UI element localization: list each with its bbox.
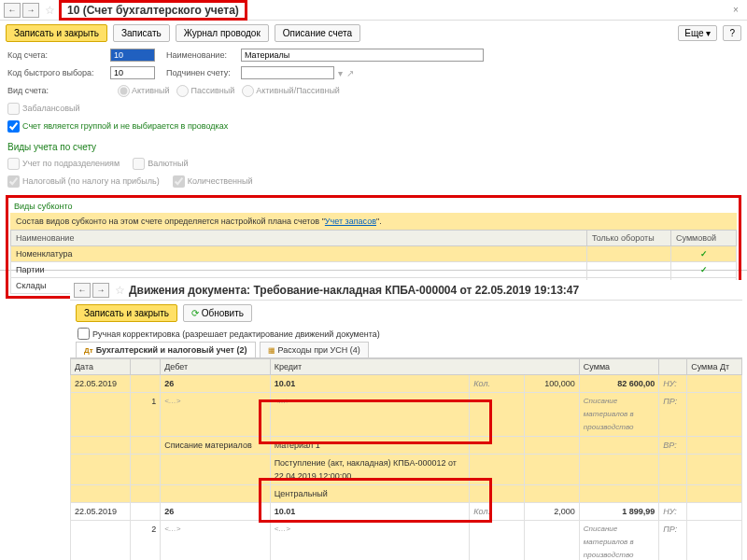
star-icon[interactable]: ☆ [115, 284, 125, 297]
parent-input[interactable] [241, 66, 334, 79]
col-sumdt: Сумма Дт [687, 359, 742, 375]
radio-ap[interactable]: Активный/Пассивный [242, 85, 340, 97]
cb-tax[interactable]: Налоговый (по налогу на прибыль) [7, 175, 160, 188]
name-label: Наименование: [166, 50, 241, 60]
quick-label: Код быстрого выбора: [7, 68, 110, 77]
nav-fwd[interactable]: → [22, 3, 39, 18]
refresh-button[interactable]: ⟳ Обновить [183, 304, 252, 322]
save-button[interactable]: Записать [113, 24, 170, 42]
cb-qty[interactable]: Количественный [173, 175, 253, 188]
debit-credit-icon: Дт [84, 346, 93, 355]
radio-active[interactable]: Активный [118, 85, 169, 97]
col-date: Дата [71, 359, 131, 375]
entry-row[interactable]: 22.05.2019 26 10.01 Кол. 2,000 1 899,99 … [71, 503, 742, 521]
doc-title: Движения документа: Требование-накладная… [129, 282, 579, 299]
name-input[interactable] [241, 49, 484, 62]
star-icon[interactable]: ☆ [45, 4, 55, 17]
desc-button[interactable]: Описание счета [275, 24, 360, 42]
save-close-button[interactable]: Записать и закрыть [76, 304, 177, 322]
acct-types-title: Виды учета по счету [7, 142, 747, 152]
close-icon[interactable]: × [728, 3, 743, 18]
nav-back[interactable]: ← [74, 283, 91, 298]
cb-group[interactable]: Счет является группой и не выбирается в … [7, 120, 228, 133]
subkonto-hint: Состав видов субконто на этом счете опре… [10, 213, 737, 230]
cb-curr[interactable]: Валютный [133, 158, 188, 170]
quick-input[interactable] [110, 66, 155, 79]
nav-fwd[interactable]: → [92, 283, 109, 298]
cb-dept[interactable]: Учет по подразделениям [7, 158, 120, 170]
subkonto-title: Виды субконто [10, 200, 737, 213]
more-button[interactable]: Еще ▾ [678, 25, 717, 41]
code-label: Код счета: [7, 50, 110, 60]
help-button[interactable]: ? [723, 25, 741, 41]
open-icon[interactable]: ↗ [346, 68, 354, 78]
cb-offbalance[interactable]: Забалансовый [7, 103, 80, 115]
stock-link[interactable]: Учет запасов [325, 217, 376, 226]
col-only: Только обороты [587, 231, 671, 246]
subkonto-row[interactable]: Партии✓ [11, 262, 737, 278]
journal-button[interactable]: Журнал проводок [176, 24, 269, 42]
kind-label: Вид счета: [7, 86, 110, 95]
code-input[interactable] [110, 49, 155, 62]
col-credit: Кредит [270, 359, 579, 375]
entry-row[interactable]: 22.05.2019 26 10.01 Кол. 100,000 82 600,… [71, 375, 742, 393]
cb-manual[interactable]: Ручная корректировка (разрешает редактир… [78, 328, 722, 340]
radio-passive[interactable]: Пассивный [176, 85, 234, 97]
register-icon: ▦ [268, 346, 275, 355]
tab-accounting[interactable]: ДтБухгалтерский и налоговый учет (2) [76, 342, 256, 357]
window-title: 10 (Счет бухгалтерского учета) [59, 0, 247, 21]
lookup-icon[interactable]: ▾ [338, 68, 343, 78]
col-sum: Суммовой [671, 231, 737, 246]
tab-usn[interactable]: ▦Расходы при УСН (4) [260, 342, 369, 357]
col-debit: Дебет [161, 359, 271, 375]
col-name: Наименование [11, 231, 587, 246]
col-sum: Сумма [579, 359, 658, 375]
subkonto-row[interactable]: Номенклатура✓ [11, 246, 737, 262]
save-close-button[interactable]: Записать и закрыть [6, 24, 107, 42]
parent-label: Подчинен счету: [166, 68, 241, 77]
nav-back[interactable]: ← [4, 3, 21, 18]
